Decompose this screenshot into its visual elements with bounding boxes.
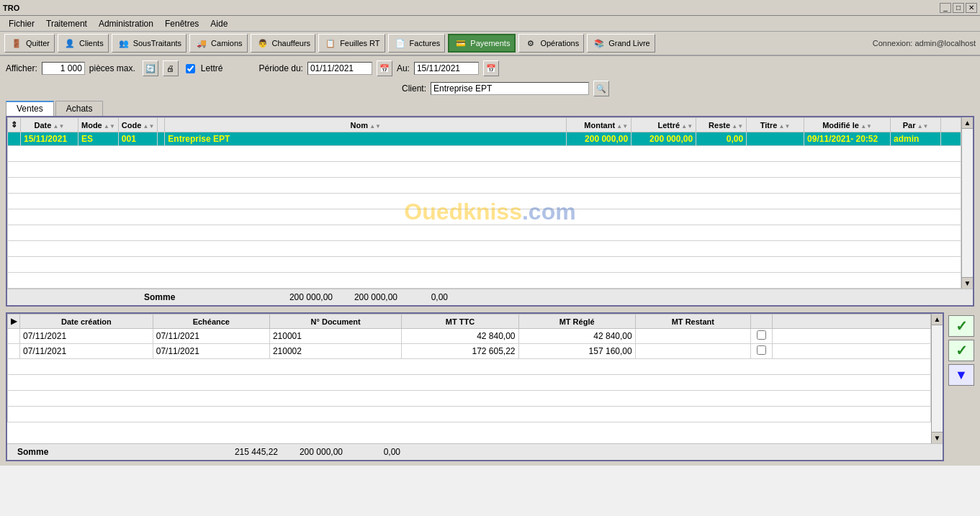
tab-ventes[interactable]: Ventes bbox=[6, 101, 54, 116]
minimize-btn[interactable]: _ bbox=[940, 3, 951, 13]
confirm-button-1[interactable]: ✓ bbox=[948, 315, 974, 337]
th-montant[interactable]: Montant bbox=[567, 118, 631, 132]
menu-aide[interactable]: Aide bbox=[204, 17, 233, 30]
bcell-empty bbox=[773, 329, 931, 344]
client-input[interactable] bbox=[431, 82, 589, 95]
tab-achats[interactable]: Achats bbox=[55, 101, 104, 116]
main-table: ⇕ Date Mode Code Nom Montant Lettré Rest… bbox=[7, 117, 961, 289]
row-checkbox-1[interactable] bbox=[757, 330, 766, 340]
date-from-input[interactable] bbox=[307, 62, 372, 75]
th-modifie[interactable]: Modifié le bbox=[804, 118, 891, 132]
download-button[interactable]: ▼ bbox=[948, 364, 974, 386]
bcell-checkbox[interactable] bbox=[751, 329, 773, 344]
bottom-scroll-down[interactable]: ▼ bbox=[932, 432, 943, 443]
payements-button[interactable]: 💳 Payements bbox=[448, 34, 516, 53]
th-code[interactable]: Code bbox=[118, 118, 158, 132]
somme-date bbox=[19, 291, 76, 304]
pieces-max-input[interactable] bbox=[42, 62, 85, 75]
date-to-input[interactable] bbox=[414, 62, 479, 75]
close-btn[interactable]: ✕ bbox=[966, 3, 977, 13]
bth-arrow: ▶ bbox=[8, 314, 20, 329]
grandlivre-button[interactable]: 📚 Grand Livre bbox=[587, 34, 655, 53]
cell-reste: 0,00 bbox=[696, 132, 747, 146]
print-button[interactable]: 🖨 bbox=[163, 60, 179, 76]
operations-label: Opérations bbox=[540, 39, 579, 47]
bcell-spacer bbox=[8, 329, 20, 344]
cell-spacer bbox=[158, 132, 165, 146]
bsomme-ndoc bbox=[158, 445, 216, 458]
bottom-table-row[interactable]: 07/11/2021 07/11/2021 210002 172 605,22 … bbox=[8, 344, 931, 359]
quitter-button[interactable]: 🚪 Quitter bbox=[4, 34, 55, 53]
lettre-checkbox[interactable] bbox=[186, 64, 195, 73]
th-lettre[interactable]: Lettré bbox=[631, 118, 696, 132]
bottom-table-wrapper: ▶ Date création Echéance N° Document MT … bbox=[7, 314, 931, 443]
menu-traitement[interactable]: Traitement bbox=[40, 17, 93, 30]
menu-fichier[interactable]: Fichier bbox=[3, 17, 40, 30]
scroll-track bbox=[962, 129, 973, 277]
bcell-mt-ttc: 42 840,00 bbox=[402, 329, 518, 344]
th-expand: ⇕ bbox=[8, 118, 21, 132]
somme-label: Somme bbox=[141, 291, 271, 304]
feuillesrt-icon: 📋 bbox=[323, 37, 338, 50]
bth-empty bbox=[773, 314, 931, 329]
th-par[interactable]: Par bbox=[891, 118, 941, 132]
menu-fenetres[interactable]: Fenêtres bbox=[159, 17, 204, 30]
camions-button[interactable]: 🚚 Camions bbox=[189, 34, 247, 53]
menu-administration[interactable]: Administration bbox=[93, 17, 159, 30]
bottom-row-empty bbox=[8, 407, 931, 422]
soustraitants-label: SousTraitants bbox=[133, 39, 181, 47]
main-table-container: Ouedkniss.com ⇕ Date Mode Code Nom bbox=[6, 116, 974, 307]
confirm-button-2[interactable]: ✓ bbox=[948, 340, 974, 361]
date-to-picker[interactable]: 📅 bbox=[483, 60, 499, 76]
refresh-button[interactable]: 🔄 bbox=[143, 60, 158, 76]
scroll-up-btn[interactable]: ▲ bbox=[962, 117, 973, 129]
bottom-scroll-track bbox=[932, 325, 943, 432]
date-from-picker[interactable]: 📅 bbox=[377, 60, 392, 76]
quitter-icon: 🚪 bbox=[9, 37, 24, 50]
main-table-scrollbar[interactable]: ▲ ▼ bbox=[961, 117, 973, 289]
th-titre[interactable]: Titre bbox=[747, 118, 804, 132]
factures-button[interactable]: 📄 Factures bbox=[388, 34, 446, 53]
bth-mt-ttc: MT TTC bbox=[402, 314, 518, 329]
toolbar: 🚪 Quitter 👤 Clients 👥 SousTraitants 🚚 Ca… bbox=[0, 32, 980, 56]
grandlivre-icon: 📚 bbox=[592, 37, 606, 50]
bsomme-mt-restant: 0,00 bbox=[346, 445, 403, 458]
client-search-button[interactable]: 🔍 bbox=[593, 81, 609, 96]
pieces-max-label: pièces max. bbox=[89, 63, 135, 73]
th-mode[interactable]: Mode bbox=[78, 118, 119, 132]
th-date[interactable]: Date bbox=[21, 118, 78, 132]
tabs: Ventes Achats bbox=[6, 101, 974, 116]
connection-info: Connexion: admin@localhost bbox=[873, 39, 976, 47]
bottom-row-empty bbox=[8, 375, 931, 391]
maximize-btn[interactable]: □ bbox=[953, 3, 964, 13]
payements-label: Payements bbox=[470, 39, 510, 47]
table-row-empty bbox=[8, 146, 961, 162]
somme-reste: 0,00 bbox=[400, 291, 451, 304]
bottom-scroll-up[interactable]: ▲ bbox=[932, 314, 943, 325]
bottom-table-scrollbar[interactable]: ▲ ▼ bbox=[931, 314, 943, 443]
scroll-down-btn[interactable]: ▼ bbox=[962, 277, 973, 289]
table-row[interactable]: 15/11/2021 ES 001 Entreprise EPT 200 000… bbox=[8, 132, 961, 146]
bcell-checkbox[interactable] bbox=[751, 344, 773, 359]
client-label: Client: bbox=[402, 83, 426, 94]
bottom-action-buttons: ✓ ✓ ▼ bbox=[948, 312, 974, 461]
bth-n-document: N° Document bbox=[269, 314, 402, 329]
chauffeurs-button[interactable]: 👨 Chauffeurs bbox=[251, 34, 316, 53]
clients-button[interactable]: 👤 Clients bbox=[58, 34, 109, 53]
factures-icon: 📄 bbox=[393, 37, 408, 50]
feuillesrt-button[interactable]: 📋 Feuilles RT bbox=[318, 34, 385, 53]
bth-mt-restant: MT Restant bbox=[635, 314, 750, 329]
cell-lettre: 200 000,00 bbox=[631, 132, 696, 146]
clients-icon: 👤 bbox=[63, 37, 77, 50]
bsomme-mt-ttc: 215 445,22 bbox=[216, 445, 281, 458]
soustraitants-button[interactable]: 👥 SousTraitants bbox=[112, 34, 186, 53]
somme-code bbox=[105, 291, 134, 304]
table-row-empty bbox=[8, 178, 961, 194]
th-nom[interactable]: Nom bbox=[165, 118, 567, 132]
bsomme-mt-regle: 200 000,00 bbox=[281, 445, 346, 458]
th-reste[interactable]: Reste bbox=[696, 118, 747, 132]
afficher-section: Afficher: pièces max. bbox=[6, 62, 135, 75]
row-checkbox-2[interactable] bbox=[757, 345, 766, 355]
bottom-table-row[interactable]: 07/11/2021 07/11/2021 210001 42 840,00 4… bbox=[8, 329, 931, 344]
operations-button[interactable]: ⚙ Opérations bbox=[518, 34, 584, 53]
